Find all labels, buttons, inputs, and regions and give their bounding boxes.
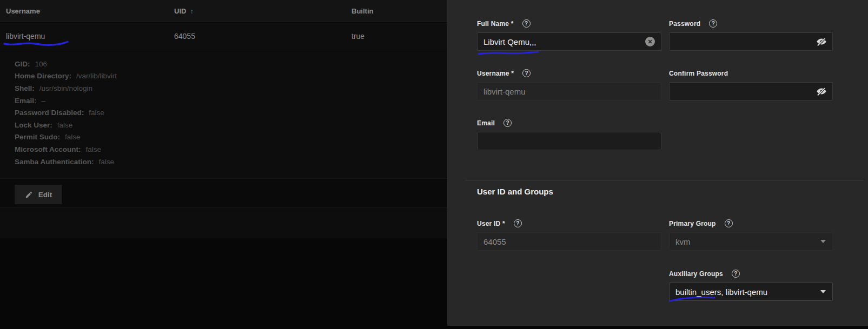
- chevron-down-icon: [820, 290, 826, 293]
- sort-ascending-icon: ↑: [190, 7, 194, 15]
- password-help-icon[interactable]: ?: [709, 19, 717, 28]
- section-heading: User ID and Groups: [477, 187, 553, 196]
- detail-lock-user: Lock User:false: [0, 119, 447, 131]
- users-table-panel: Username UID↑ Builtin libvirt-qemu 64055…: [0, 0, 447, 329]
- empty-table-band: [0, 208, 447, 238]
- row-actions-band: Edit: [0, 178, 447, 208]
- detail-permit-sudo: Permit Sudo:false: [0, 131, 447, 144]
- detail-shell: Shell:/usr/sbin/nologin: [0, 82, 447, 95]
- row-builtin-cell: true: [352, 32, 365, 41]
- auxiliary-groups-value: builtin_users, libvirt-qemu: [675, 287, 767, 297]
- clear-icon[interactable]: ✕: [645, 37, 655, 46]
- detail-home-directory: Home Directory:/var/lib/libvirt: [0, 70, 447, 83]
- username-label: Username *: [477, 70, 514, 77]
- detail-password-disabled: Password Disabled:false: [0, 106, 447, 119]
- user-id-input: [478, 237, 661, 246]
- full-name-input[interactable]: [478, 37, 645, 46]
- detail-email: Email:–: [0, 95, 447, 107]
- detail-microsoft-account: Microsoft Account:false: [0, 143, 447, 156]
- primary-group-select: kvm: [669, 232, 833, 251]
- auxiliary-groups-label: Auxiliary Groups: [669, 270, 723, 278]
- email-field: Email ?: [477, 119, 661, 150]
- edit-button-label: Edit: [38, 191, 52, 199]
- auxiliary-groups-select[interactable]: builtin_users, libvirt-qemu: [669, 283, 833, 301]
- auxiliary-groups-field: Auxiliary Groups ? builtin_users, libvir…: [669, 270, 833, 301]
- email-label: Email: [477, 119, 495, 127]
- confirm-password-label: Confirm Password: [669, 70, 728, 77]
- primary-group-value: kvm: [675, 237, 691, 246]
- users-page: Username UID↑ Builtin libvirt-qemu 64055…: [0, 0, 868, 329]
- full-name-field: Full Name * ? ✕: [477, 19, 661, 51]
- confirm-password-field: Confirm Password: [669, 69, 833, 100]
- user-id-field: User ID * ?: [477, 219, 661, 251]
- row-details-panel: GID:106 Home Directory:/var/lib/libvirt …: [0, 50, 447, 178]
- full-name-help-icon[interactable]: ?: [522, 19, 531, 28]
- username-field: Username * ?: [477, 69, 661, 100]
- email-help-icon[interactable]: ?: [503, 119, 512, 127]
- primary-group-label: Primary Group: [669, 220, 716, 227]
- primary-group-field: Primary Group ? kvm: [669, 219, 833, 251]
- visibility-off-icon[interactable]: [816, 86, 827, 97]
- row-username-cell: libvirt-qemu: [6, 32, 45, 41]
- column-header-uid[interactable]: UID↑: [174, 7, 194, 15]
- column-header-builtin[interactable]: Builtin: [352, 7, 373, 15]
- chevron-down-icon: [820, 240, 826, 243]
- table-row[interactable]: libvirt-qemu 64055 true: [0, 23, 447, 50]
- full-name-label: Full Name *: [477, 20, 514, 28]
- password-input[interactable]: [670, 37, 816, 46]
- visibility-off-icon[interactable]: [816, 36, 827, 47]
- username-help-icon[interactable]: ?: [522, 69, 531, 77]
- detail-samba-authentication: Samba Authentication:false: [0, 156, 447, 168]
- table-header-row: Username UID↑ Builtin: [0, 0, 447, 22]
- pencil-icon: [25, 191, 33, 199]
- section-divider: [465, 180, 864, 180]
- password-field: Password ?: [669, 19, 833, 51]
- auxiliary-groups-help-icon[interactable]: ?: [732, 270, 740, 278]
- edit-user-form-panel: Full Name * ? ✕ Password ?: [447, 0, 868, 326]
- password-label: Password: [669, 20, 700, 28]
- user-id-help-icon[interactable]: ?: [514, 219, 522, 227]
- row-uid-cell: 64055: [174, 32, 195, 41]
- detail-gid: GID:106: [0, 58, 447, 70]
- user-id-label: User ID *: [477, 220, 505, 227]
- confirm-password-input[interactable]: [670, 87, 816, 96]
- column-header-username[interactable]: Username: [6, 7, 40, 15]
- email-input[interactable]: [478, 137, 661, 146]
- username-input: [478, 87, 661, 96]
- edit-button[interactable]: Edit: [15, 185, 62, 204]
- primary-group-help-icon[interactable]: ?: [725, 219, 733, 227]
